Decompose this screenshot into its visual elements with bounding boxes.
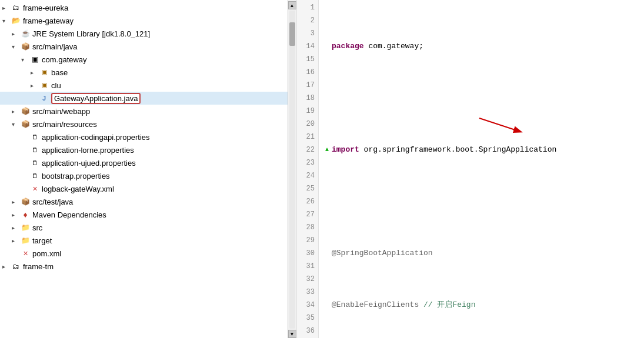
folder-icon: 📁 (20, 236, 31, 245)
scroll-track (289, 11, 295, 329)
package-icon: ▣ (39, 68, 49, 77)
tree-item-pom[interactable]: ✕ pom.xml (0, 247, 288, 260)
tree-label: base (51, 68, 68, 77)
scroll-down-button[interactable]: ▼ (288, 330, 296, 338)
package-icon: ▣ (39, 81, 49, 90)
properties-icon: 🗒 (29, 132, 40, 142)
tree-label: pom.xml (32, 249, 61, 258)
folder-icon: 🗂 (11, 3, 21, 12)
tree-item-frame-tm[interactable]: 🗂 frame-tm (0, 260, 288, 273)
tree-label: logback-gateWay.xml (42, 185, 114, 193)
package-icon: ▣ (29, 55, 40, 64)
tree-item-frame-eureka[interactable]: 🗂 frame-eureka (0, 1, 288, 14)
code-line-15: @SpringBootApplication (323, 247, 644, 260)
arrow-right-icon (12, 31, 20, 37)
tree-label: application-lorne.properties (42, 146, 134, 155)
arrow-down-icon (12, 43, 20, 50)
tree-label: JRE System Library [jdk1.8.0_121] (32, 29, 150, 38)
arrow-down-icon (21, 56, 29, 63)
tree-item-base[interactable]: ▣ base (0, 66, 288, 79)
scroll-up-button[interactable]: ▲ (288, 1, 296, 9)
arrow-right-icon (12, 237, 20, 244)
tree-label: frame-eureka (23, 4, 68, 12)
tree-label: target (32, 236, 52, 245)
arrow-right-icon (31, 82, 39, 89)
tree-item-src-main-java[interactable]: 📦 src/main/java (0, 40, 288, 53)
arrow-right-icon (12, 212, 20, 218)
code-content[interactable]: package com.gateway; ▲ import org.spring… (319, 0, 644, 338)
tree-item-gateway-application[interactable]: J GatewayApplication.java (0, 92, 288, 105)
scroll-thumb[interactable] (289, 22, 295, 46)
tree-label: GatewayApplication.java (51, 93, 141, 104)
jre-icon: ☕ (20, 29, 31, 38)
folder-icon: 📁 (20, 223, 31, 232)
arrow-right-icon (2, 263, 11, 270)
arrow-right-icon (2, 5, 11, 11)
tree-label: Maven Dependencies (32, 210, 106, 219)
line-numbers: 1 2 3 14 15 16 17 18 19 20 21 22 23 24 2… (296, 0, 319, 338)
tree-label: bootstrap.properties (42, 172, 110, 180)
arrow-right-icon (31, 69, 39, 76)
tree-item-bootstrap[interactable]: 🗒 bootstrap.properties (0, 169, 288, 182)
tree-item-maven-deps[interactable]: ♦ Maven Dependencies (0, 208, 288, 221)
arrow-right-icon (12, 225, 20, 231)
tree-item-app-lorne[interactable]: 🗒 application-lorne.properties (0, 143, 288, 156)
tree-item-clu[interactable]: ▣ clu (0, 79, 288, 92)
folder-open-icon: 📂 (11, 16, 21, 25)
arrow-right-icon (12, 108, 20, 115)
tree-item-app-codingapi[interactable]: 🗒 application-codingapi.properties (0, 130, 288, 143)
src-icon: 📦 (20, 197, 31, 206)
tree-item-target[interactable]: 📁 target (0, 234, 288, 247)
file-tree: 🗂 frame-eureka 📂 frame-gateway ☕ JRE Sys… (0, 0, 288, 338)
tree-label: src/test/java (32, 198, 73, 206)
maven-icon: ♦ (20, 210, 31, 219)
code-line-14 (323, 195, 644, 208)
tree-item-jre[interactable]: ☕ JRE System Library [jdk1.8.0_121] (0, 27, 288, 40)
arrow-down-icon (12, 121, 20, 128)
tree-item-app-ujued[interactable]: 🗒 application-ujued.properties (0, 156, 288, 169)
pom-icon: ✕ (20, 249, 31, 258)
arrow-down-icon (2, 18, 11, 24)
src-icon: 📦 (20, 106, 31, 116)
folder-icon: 🗂 (11, 262, 21, 271)
properties-icon: 🗒 (29, 171, 40, 180)
code-line-16: @EnableFeignClients // 开启Feign (323, 299, 644, 312)
tree-scrollbar[interactable]: ▲ ▼ (288, 0, 296, 338)
tree-item-src-test[interactable]: 📦 src/test/java (0, 195, 288, 208)
code-line-2 (323, 92, 644, 105)
tree-item-frame-gateway[interactable]: 📂 frame-gateway (0, 14, 288, 27)
xml-icon: ✕ (29, 184, 40, 193)
tree-label: application-codingapi.properties (42, 133, 150, 142)
code-editor: 1 2 3 14 15 16 17 18 19 20 21 22 23 24 2… (296, 0, 644, 338)
tree-label: src (32, 223, 42, 232)
code-line-3: ▲ import org.springframework.boot.Spring… (323, 143, 644, 156)
tree-item-com-gateway[interactable]: ▣ com.gateway (0, 53, 288, 66)
properties-icon: 🗒 (29, 145, 40, 155)
tree-item-src-main-resources[interactable]: 📦 src/main/resources (0, 118, 288, 130)
src-icon: 📦 (20, 119, 31, 129)
tree-item-src[interactable]: 📁 src (0, 221, 288, 234)
code-line-1: package com.gateway; (323, 40, 644, 53)
tree-label: frame-tm (23, 262, 54, 271)
tree-label: com.gateway (42, 55, 87, 64)
java-file-icon: J (39, 93, 49, 103)
tree-label: application-ujued.properties (42, 159, 136, 168)
tree-item-logback[interactable]: ✕ logback-gateWay.xml (0, 182, 288, 195)
tree-label: frame-gateway (23, 16, 74, 25)
arrow-right-icon (12, 199, 20, 205)
tree-label: src/main/resources (32, 120, 97, 129)
tree-label: clu (51, 81, 61, 90)
tree-label: src/main/webapp (32, 107, 90, 116)
tree-label: src/main/java (32, 42, 78, 51)
tree-item-src-main-webapp[interactable]: 📦 src/main/webapp (0, 105, 288, 118)
src-icon: 📦 (20, 42, 31, 51)
properties-icon: 🗒 (29, 158, 40, 168)
